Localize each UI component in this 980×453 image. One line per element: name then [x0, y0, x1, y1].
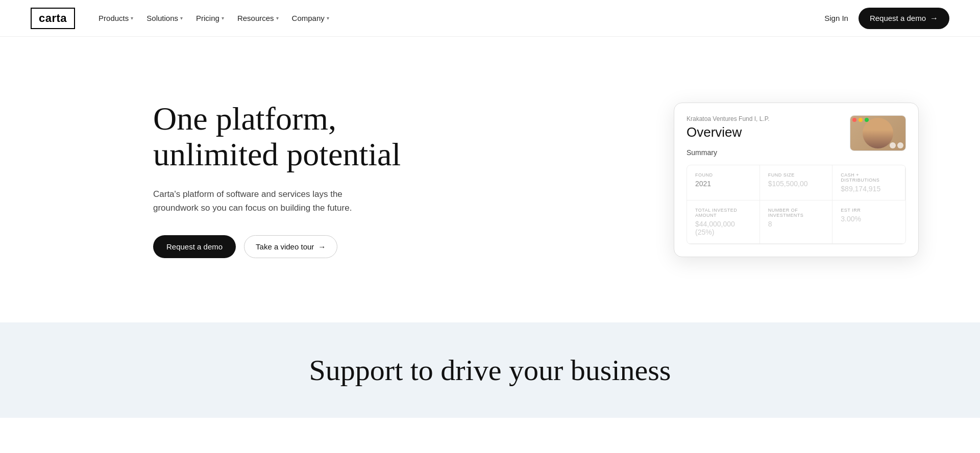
chevron-down-icon: ▾ — [180, 15, 183, 21]
hero-title: One platform, unlimited potential — [153, 101, 419, 173]
stat-label: EST IRR — [841, 208, 897, 213]
hero-buttons: Request a demo Take a video tour → — [153, 235, 419, 258]
navbar: carta Products ▾ Solutions ▾ Pricing ▾ R… — [0, 0, 980, 37]
stat-cell-found: FOUND 2021 — [687, 165, 760, 200]
video-controls — [890, 142, 903, 148]
nav-item-pricing[interactable]: Pricing ▾ — [191, 10, 229, 27]
chevron-down-icon: ▾ — [222, 15, 224, 21]
hero-subtitle: Carta's platform of software and service… — [153, 187, 378, 215]
stat-label: FUND SIZE — [768, 172, 824, 178]
stat-value: 2021 — [695, 180, 751, 188]
stat-value: $105,500,00 — [768, 180, 824, 188]
nav-item-company[interactable]: Company ▾ — [287, 10, 334, 27]
chevron-down-icon: ▾ — [131, 15, 133, 21]
stat-value: $89,174,915 — [841, 185, 897, 193]
stat-cell-fundsize: FUND SIZE $105,500,00 — [760, 165, 833, 200]
arrow-right-icon: → — [930, 14, 938, 23]
nav-links: Products ▾ Solutions ▾ Pricing ▾ Resourc… — [93, 10, 334, 27]
sign-in-link[interactable]: Sign In — [824, 14, 848, 22]
request-demo-button[interactable]: Request a demo → — [859, 8, 949, 29]
window-dot-yellow — [859, 118, 863, 122]
hero-video-tour-button[interactable]: Take a video tour → — [244, 235, 337, 258]
nav-left: carta Products ▾ Solutions ▾ Pricing ▾ R… — [31, 8, 334, 29]
stat-cell-irr: EST IRR 3.00% — [832, 200, 905, 244]
arrow-right-icon: → — [318, 242, 326, 251]
nav-item-products[interactable]: Products ▾ — [93, 10, 138, 27]
stat-label: FOUND — [695, 172, 751, 178]
nav-item-solutions[interactable]: Solutions ▾ — [141, 10, 188, 27]
video-thumbnail[interactable] — [850, 115, 906, 151]
nav-right: Sign In Request a demo → — [824, 8, 949, 29]
person-avatar — [863, 118, 893, 148]
hero-content: One platform, unlimited potential Carta'… — [153, 101, 419, 258]
stat-label: TOTAL INVESTED AMOUNT — [695, 208, 751, 218]
stat-value: 3.00% — [841, 215, 897, 223]
stat-label: NUMBER OF INVESTMENTS — [768, 208, 824, 218]
video-control-dot — [890, 142, 896, 148]
bottom-section: Support to drive your business — [0, 322, 980, 418]
hero-request-demo-button[interactable]: Request a demo — [153, 235, 236, 258]
stat-cell-investments: NUMBER OF INVESTMENTS 8 — [760, 200, 833, 244]
stat-label: CASH + DISTRIBUTIONS — [841, 172, 897, 183]
stats-grid: FOUND 2021 FUND SIZE $105,500,00 CASH + … — [687, 165, 906, 244]
chevron-down-icon: ▾ — [327, 15, 329, 21]
nav-item-resources[interactable]: Resources ▾ — [232, 10, 284, 27]
hero-section: One platform, unlimited potential Carta'… — [0, 37, 980, 322]
window-dots — [852, 118, 869, 122]
dashboard-card: Krakatoa Ventures Fund I, L.P. Overview … — [674, 103, 919, 257]
video-thumb-inner — [850, 116, 905, 150]
video-control-dot — [897, 142, 903, 148]
bottom-title: Support to drive your business — [61, 353, 919, 387]
window-dot-red — [852, 118, 856, 122]
stat-value: 8 — [768, 220, 824, 228]
logo[interactable]: carta — [31, 8, 75, 29]
hero-dashboard: Krakatoa Ventures Fund I, L.P. Overview … — [674, 103, 919, 257]
stat-cell-invested: TOTAL INVESTED AMOUNT $44,000,000 (25%) — [687, 200, 760, 244]
stat-value: $44,000,000 (25%) — [695, 220, 751, 236]
stat-cell-cash: CASH + DISTRIBUTIONS $89,174,915 — [832, 165, 905, 200]
chevron-down-icon: ▾ — [276, 15, 279, 21]
